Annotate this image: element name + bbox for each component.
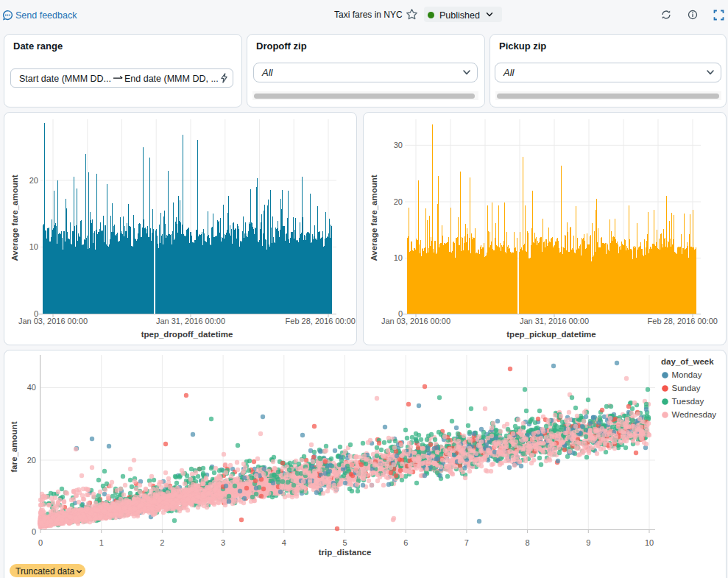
svg-text:Jan 03, 2016 00:00: Jan 03, 2016 00:00: [381, 317, 450, 325]
svg-text:6: 6: [403, 538, 408, 547]
svg-text:tpep_pickup_datetime: tpep_pickup_datetime: [506, 330, 596, 339]
svg-text:1: 1: [99, 538, 104, 547]
svg-text:7: 7: [464, 538, 469, 547]
svg-text:5: 5: [342, 538, 347, 547]
svg-text:3: 3: [221, 538, 225, 547]
svg-text:Wednesday: Wednesday: [672, 410, 717, 419]
svg-text:0: 0: [38, 538, 43, 547]
svg-text:Feb 28, 2016 00:00: Feb 28, 2016 00:00: [286, 317, 356, 325]
svg-text:10: 10: [394, 253, 403, 262]
svg-text:trip_distance: trip_distance: [319, 548, 372, 557]
svg-text:day_of_week: day_of_week: [661, 357, 714, 366]
svg-text:0: 0: [32, 527, 36, 536]
svg-text:fare_amount: fare_amount: [10, 421, 18, 472]
svg-text:40: 40: [27, 383, 36, 392]
svg-text:10: 10: [29, 242, 38, 251]
svg-text:Jan 31, 2016 00:00: Jan 31, 2016 00:00: [520, 317, 589, 325]
svg-text:20: 20: [27, 456, 36, 465]
svg-text:Feb 28, 2016 00:00: Feb 28, 2016 00:00: [648, 317, 718, 325]
svg-text:9: 9: [586, 538, 590, 547]
svg-text:20: 20: [394, 197, 403, 206]
svg-text:Average fare_amount: Average fare_amount: [370, 175, 378, 261]
svg-text:Jan 31, 2016 00:00: Jan 31, 2016 00:00: [156, 317, 225, 325]
svg-text:8: 8: [526, 538, 530, 547]
svg-text:20: 20: [29, 176, 38, 185]
svg-text:Sunday: Sunday: [672, 384, 701, 392]
svg-text:Jan 03, 2016 00:00: Jan 03, 2016 00:00: [18, 317, 88, 325]
svg-text:4: 4: [282, 538, 286, 547]
svg-text:Monday: Monday: [672, 370, 702, 379]
svg-text:2: 2: [160, 538, 164, 547]
svg-text:10: 10: [645, 538, 654, 547]
svg-text:Average fare_amount: Average fare_amount: [10, 175, 19, 261]
svg-text:tpep_dropoff_datetime: tpep_dropoff_datetime: [141, 330, 233, 339]
svg-text:Tuesday: Tuesday: [672, 397, 704, 406]
svg-text:30: 30: [394, 141, 403, 149]
